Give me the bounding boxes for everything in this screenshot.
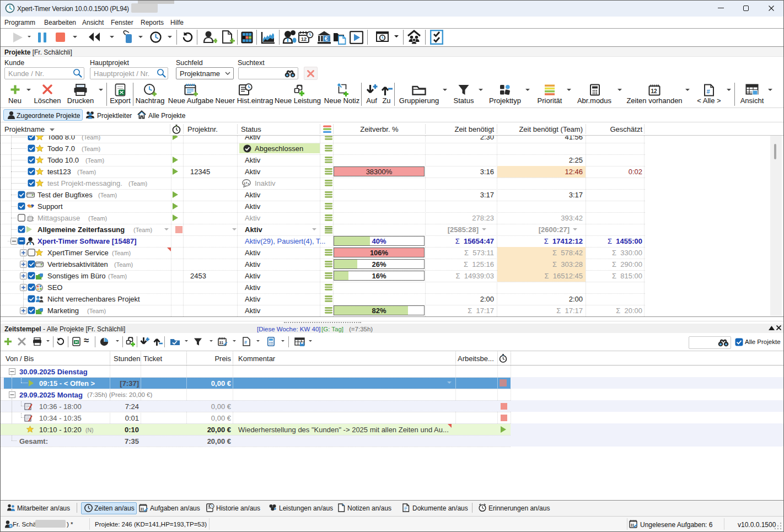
svg-text:31: 31 [219, 341, 224, 345]
svg-text:31: 31 [631, 523, 635, 527]
svg-text:€: € [325, 36, 328, 42]
svg-text:31: 31 [141, 507, 145, 511]
svg-text:#: # [707, 88, 710, 95]
svg-text:#: # [244, 340, 247, 345]
svg-text:12: 12 [651, 88, 658, 94]
svg-text:12: 12 [301, 36, 307, 42]
